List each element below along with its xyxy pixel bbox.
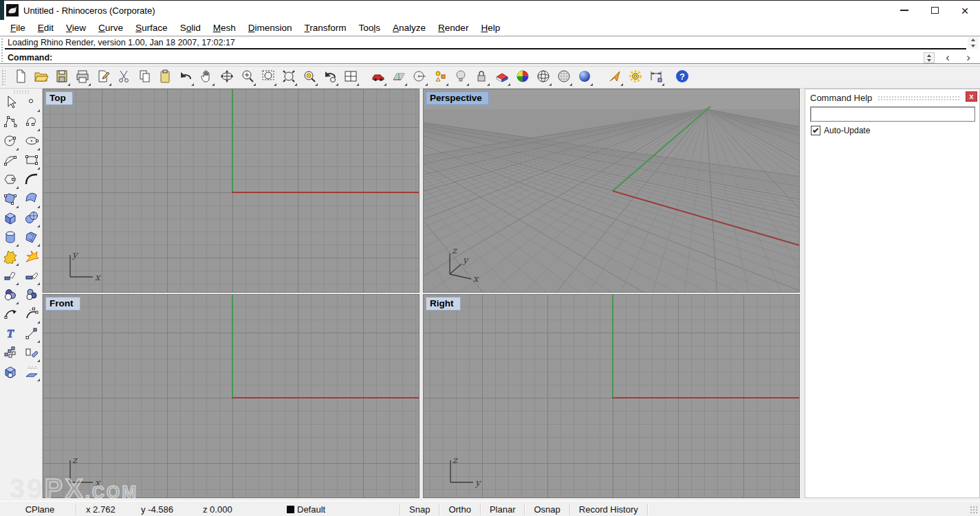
viewport-layout-button[interactable] — [341, 68, 360, 87]
open-file-button[interactable] — [32, 68, 50, 87]
text-button[interactable]: T — [1, 325, 19, 344]
menu-curve[interactable]: Curve — [92, 21, 129, 34]
command-history[interactable]: Loading Rhino Render, version 1.00, Jan … — [5, 36, 966, 49]
viewport-top-label[interactable]: Top — [45, 91, 73, 105]
viewport-perspective[interactable]: Perspective z y x — [423, 89, 800, 293]
command-grip[interactable] — [1, 38, 4, 62]
surface-grid-button[interactable] — [22, 229, 41, 247]
circle-button[interactable] — [1, 133, 19, 151]
paste-button[interactable] — [155, 68, 174, 87]
viewport-front[interactable]: Front z x — [43, 294, 420, 498]
rectangle-button[interactable] — [22, 152, 41, 170]
menu-dimension[interactable]: Dimension — [242, 21, 298, 34]
group-button[interactable] — [22, 287, 41, 305]
explode-button[interactable] — [22, 248, 41, 267]
auto-update-checkbox[interactable] — [811, 126, 820, 135]
command-prev-button[interactable]: ‹ — [939, 52, 957, 64]
scroll-down-icon[interactable] — [968, 43, 979, 49]
menu-mesh[interactable]: Mesh — [207, 21, 242, 34]
menu-edit[interactable]: Edit — [32, 21, 60, 34]
export-button[interactable] — [94, 68, 112, 87]
fillet-curve-button[interactable] — [22, 171, 41, 190]
orient-button[interactable] — [22, 344, 41, 363]
zoom-window-button[interactable] — [259, 68, 277, 87]
record-history-toggle[interactable]: Record History — [570, 502, 647, 516]
menu-view[interactable]: View — [60, 21, 92, 34]
menu-file[interactable]: File — [4, 21, 32, 34]
viewport-front-label[interactable]: Front — [45, 297, 80, 311]
polyline-button[interactable] — [1, 113, 19, 132]
menu-tools[interactable]: Tools — [353, 21, 387, 34]
surface-patch-button[interactable] — [1, 190, 19, 209]
panel-drag-handle[interactable] — [878, 96, 960, 101]
menu-solid[interactable]: Solid — [174, 21, 207, 34]
menu-help[interactable]: Help — [475, 21, 506, 34]
new-file-button[interactable] — [11, 68, 30, 87]
layer-pane[interactable]: Default — [287, 502, 390, 516]
menu-render[interactable]: Render — [432, 21, 475, 34]
help-button[interactable]: ? — [673, 68, 691, 87]
rotate-view-button[interactable] — [217, 68, 236, 87]
print-button[interactable] — [73, 68, 91, 87]
curve-button[interactable] — [22, 113, 41, 132]
arc-button[interactable] — [1, 152, 19, 170]
panel-close-button[interactable]: x — [966, 91, 977, 102]
maximize-button[interactable] — [919, 1, 950, 20]
save-button[interactable] — [52, 68, 71, 87]
command-spinner[interactable] — [924, 52, 935, 63]
copy-button[interactable] — [135, 68, 153, 87]
curve-edit-button[interactable] — [1, 306, 19, 324]
command-next-button[interactable]: › — [959, 52, 977, 64]
box-edit-button[interactable] — [1, 363, 19, 382]
ghosted-view-button[interactable] — [554, 68, 573, 87]
zoom-extents-button[interactable] — [279, 68, 298, 87]
layer-button[interactable] — [492, 68, 511, 87]
osnap-toggle[interactable]: Osnap — [525, 502, 569, 516]
resize-grip-icon[interactable] — [970, 506, 978, 514]
rendered-view-button[interactable] — [575, 68, 594, 87]
curve-handles-button[interactable] — [22, 306, 41, 324]
zoom-button[interactable] — [238, 68, 257, 87]
chamfer-edge-button[interactable] — [22, 267, 41, 286]
cut-button[interactable] — [114, 68, 133, 87]
boolean-button[interactable] — [1, 248, 19, 267]
zoom-selected-button[interactable] — [300, 68, 318, 87]
pan-button[interactable] — [197, 68, 215, 87]
close-button[interactable]: × — [950, 1, 980, 20]
options-button[interactable] — [626, 68, 644, 87]
history-scrollbar[interactable] — [968, 37, 979, 49]
box-button[interactable] — [1, 210, 19, 228]
extrude-button[interactable] — [22, 363, 41, 382]
cylinder-button[interactable] — [1, 229, 19, 247]
menu-transform[interactable]: Transform — [298, 21, 353, 34]
viewport-top[interactable]: Top y x — [43, 89, 420, 293]
ellipse-button[interactable] — [22, 133, 41, 151]
color-blend-button[interactable] — [1, 287, 19, 305]
move-car-button[interactable] — [369, 68, 387, 87]
undo-view-button[interactable] — [320, 68, 339, 87]
radius-button[interactable] — [410, 68, 428, 87]
selection-filter-button[interactable] — [431, 68, 449, 87]
pointer-button[interactable] — [1, 94, 19, 113]
lock-button[interactable] — [472, 68, 490, 87]
viewport-perspective-label[interactable]: Perspective — [426, 91, 489, 105]
toolbar-grip[interactable] — [1, 69, 6, 85]
viewport-right-label[interactable]: Right — [426, 297, 461, 311]
dimension-button[interactable] — [646, 68, 665, 87]
scroll-up-icon[interactable] — [968, 37, 979, 43]
ortho-toggle[interactable]: Ortho — [439, 502, 480, 516]
point-button[interactable] — [22, 94, 41, 113]
sphere-button[interactable] — [22, 210, 41, 228]
sidebar-grip[interactable] — [13, 90, 30, 93]
array-button[interactable] — [1, 344, 19, 363]
viewport-right[interactable]: Right z y — [423, 294, 800, 498]
move-button[interactable] — [22, 325, 41, 344]
cplane-button[interactable] — [389, 68, 408, 87]
snap-toggle[interactable]: Snap — [400, 502, 439, 516]
flag-button[interactable] — [605, 68, 624, 87]
minimize-button[interactable] — [889, 1, 919, 20]
menu-analyze[interactable]: Analyze — [386, 21, 432, 34]
undo-button[interactable] — [176, 68, 195, 87]
command-prompt[interactable]: Command: — [5, 51, 897, 64]
polygon-button[interactable] — [1, 171, 19, 190]
